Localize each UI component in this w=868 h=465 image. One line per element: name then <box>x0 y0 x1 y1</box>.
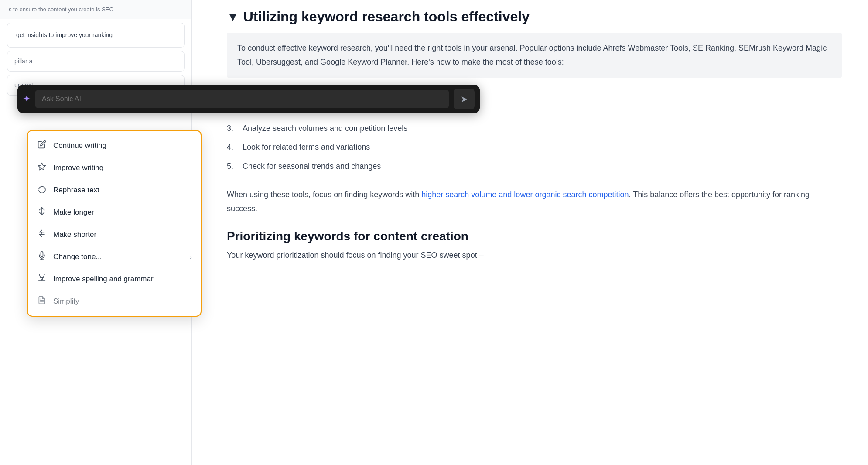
sidebar-top-card: s to ensure the content you create is SE… <box>0 0 191 19</box>
microphone-icon <box>37 251 47 262</box>
list-item: 4. Look for related terms and variations <box>227 138 842 157</box>
make-longer-icon <box>37 207 47 218</box>
ai-prompt-submit-button[interactable]: ➤ <box>454 89 475 109</box>
intro-paragraph-text: To conduct effective keyword research, y… <box>237 44 827 66</box>
rephrase-icon <box>37 185 47 195</box>
sidebar-top-text: s to ensure the content you create is SE… <box>9 6 114 13</box>
sparkles-icon <box>37 162 47 173</box>
make-shorter-icon <box>37 229 47 240</box>
spelling-icon <box>37 274 47 284</box>
improve-spelling-label: Improve spelling and grammar <box>53 275 192 284</box>
sonic-ai-icon: ✦ <box>23 93 31 105</box>
make-shorter-label: Make shorter <box>53 230 192 239</box>
change-tone-label: Change tone... <box>53 253 184 261</box>
dropdown-item-continue-writing[interactable]: Continue writing <box>28 134 201 157</box>
pencil-icon <box>37 140 47 151</box>
dropdown-item-improve-spelling[interactable]: Improve spelling and grammar <box>28 268 201 290</box>
make-longer-label: Make longer <box>53 208 192 217</box>
dropdown-item-make-longer[interactable]: Make longer <box>28 201 201 223</box>
main-content-area: ▼ Utilizing keyword research tools effec… <box>192 0 868 465</box>
chevron-right-icon: › <box>190 253 192 261</box>
section2-intro: Your keyword prioritization should focus… <box>227 249 842 263</box>
list-item: 5. Check for seasonal trends and changes <box>227 157 842 176</box>
heading-icon: ▼ <box>227 10 239 24</box>
sidebar-insights-text: get insights to improve your ranking <box>16 31 113 38</box>
simplify-label: Simplify <box>53 297 192 306</box>
main-heading: ▼ Utilizing keyword research tools effec… <box>227 9 842 25</box>
simplify-icon <box>37 296 47 307</box>
ai-prompt-bar: ✦ ➤ <box>17 85 480 113</box>
svg-marker-0 <box>38 163 46 170</box>
sidebar-pillar-text: pillar a <box>14 58 32 65</box>
sidebar-insights-card: get insights to improve your ranking <box>7 23 185 48</box>
list-item: 3. Analyze search volumes and competitio… <box>227 119 842 138</box>
ai-prompt-input[interactable] <box>35 90 449 108</box>
ai-dropdown-menu: Continue writing Improve writing Rephras… <box>27 130 202 317</box>
submit-arrow-icon: ➤ <box>461 94 468 104</box>
dropdown-item-simplify[interactable]: Simplify <box>28 290 201 312</box>
dropdown-item-make-shorter[interactable]: Make shorter <box>28 223 201 246</box>
section2-heading: Prioritizing keywords for content creati… <box>227 229 842 243</box>
intro-paragraph: To conduct effective keyword research, y… <box>227 33 842 78</box>
improve-writing-label: Improve writing <box>53 164 192 172</box>
search-volume-link[interactable]: higher search volume and lower organic s… <box>421 190 629 199</box>
rephrase-text-label: Rephrase text <box>53 186 192 195</box>
sidebar-pillar-card: pillar a <box>7 51 185 72</box>
dropdown-item-improve-writing[interactable]: Improve writing <box>28 157 201 179</box>
dropdown-item-rephrase-text[interactable]: Rephrase text <box>28 179 201 201</box>
lower-para-before-link: When using these tools, focus on finding… <box>227 190 421 199</box>
heading-text: Utilizing keyword research tools effecti… <box>243 9 530 25</box>
dropdown-item-change-tone[interactable]: Change tone... › <box>28 246 201 268</box>
continue-writing-label: Continue writing <box>53 141 192 150</box>
lower-paragraph: When using these tools, focus on finding… <box>227 188 842 215</box>
